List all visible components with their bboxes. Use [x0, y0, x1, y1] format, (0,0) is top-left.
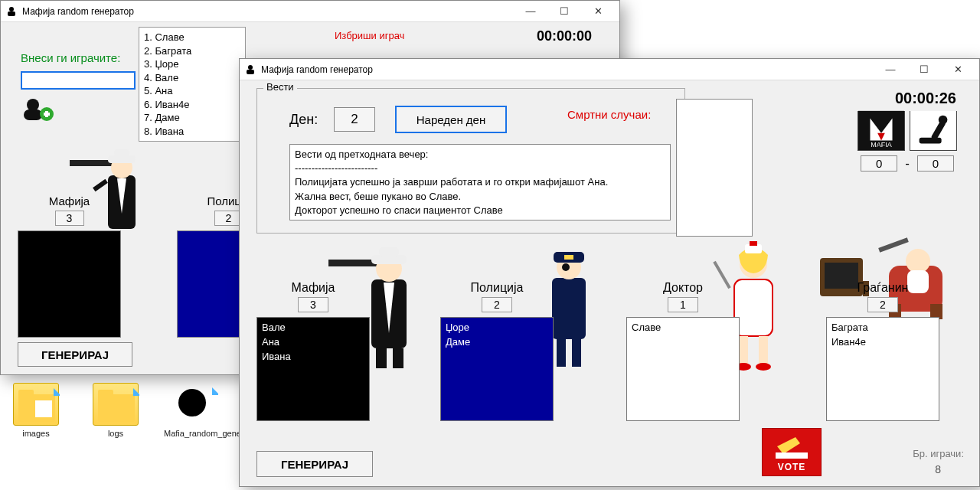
player-count-value: 8	[935, 463, 941, 475]
player-count-label: Бр. играчи:	[913, 448, 964, 459]
doctor-members-box[interactable]: Славе	[626, 317, 740, 421]
citizen-role-panel: Граѓанин 2 Баграта Иван4е	[826, 281, 939, 421]
foreground-window: Мафија random генератор — ☐ ✕ Вести Ден:…	[239, 58, 980, 487]
svg-rect-25	[247, 70, 254, 74]
svg-rect-11	[114, 149, 129, 157]
svg-rect-15	[18, 390, 34, 397]
player-list[interactable]: 1. Славе 2. Баграта 3. Џоре 4. Вале 5. А…	[139, 27, 246, 142]
svg-point-2	[27, 99, 39, 111]
score-separator: -	[905, 156, 910, 172]
svg-marker-17	[54, 388, 60, 396]
svg-rect-22	[183, 392, 201, 398]
svg-rect-39	[376, 348, 387, 368]
svg-rect-1	[8, 11, 15, 16]
vote-icon	[773, 436, 811, 462]
news-legend: Вести	[263, 81, 297, 93]
citizen-members-box[interactable]: Баграта Иван4е	[826, 317, 939, 421]
mafia-role-panel: Мафија 3	[18, 194, 121, 338]
next-day-button[interactable]: Нареден ден	[395, 106, 507, 133]
minimize-button[interactable]: —	[514, 1, 547, 22]
folder-logs[interactable]: logs	[84, 383, 147, 438]
day-value[interactable]: 2	[334, 107, 375, 132]
citizen-score: 0	[917, 155, 954, 172]
svg-marker-66	[777, 437, 800, 454]
close-button[interactable]: ✕	[581, 1, 615, 22]
mafia-score: 0	[861, 155, 897, 172]
exe-file[interactable]: Mafia_random_generator.exe	[164, 383, 227, 438]
timer-display: 00:00:00	[537, 28, 592, 44]
police-members-box[interactable]: Џоре Даме	[440, 317, 554, 421]
svg-rect-37	[379, 247, 399, 256]
doctor-role-panel: Доктор 1 Славе	[626, 281, 740, 421]
mafia-count[interactable]: 3	[298, 297, 328, 312]
maximize-button[interactable]: ☐	[907, 59, 941, 80]
mafia-label: Мафија	[256, 281, 370, 295]
timer-display: 00:00:26	[895, 90, 956, 107]
folder-icon	[14, 384, 60, 426]
svg-rect-16	[35, 400, 52, 417]
exe-icon	[172, 383, 218, 426]
news-textbox[interactable]: Вести од претходната вечер: ------------…	[289, 144, 671, 220]
svg-rect-45	[557, 339, 566, 367]
window-titlebar[interactable]: Мафија random генератор — ☐ ✕	[240, 59, 979, 80]
generate-button[interactable]: ГЕНЕРИРАЈ	[18, 342, 132, 367]
minimize-button[interactable]: —	[874, 59, 907, 80]
day-label: Ден:	[289, 112, 318, 128]
svg-rect-30	[920, 138, 942, 144]
delete-player-link[interactable]: Избриши играч	[335, 30, 404, 41]
svg-rect-40	[393, 348, 403, 368]
player-name-input[interactable]	[21, 71, 136, 90]
svg-rect-6	[45, 111, 48, 117]
svg-rect-48	[734, 279, 773, 336]
mafia-count[interactable]: 3	[55, 211, 84, 226]
svg-rect-67	[776, 452, 808, 459]
icon-label: images	[22, 429, 49, 438]
svg-point-32	[939, 116, 948, 125]
justice-score-icon	[910, 111, 957, 151]
citizen-label: Граѓанин	[826, 281, 939, 295]
doctor-label: Доктор	[626, 281, 740, 295]
maximize-button[interactable]: ☐	[547, 1, 581, 22]
svg-rect-65	[878, 237, 909, 252]
citizen-count[interactable]: 2	[867, 297, 898, 312]
close-button[interactable]: ✕	[941, 59, 975, 80]
generate-button[interactable]: ГЕНЕРИРАЈ	[256, 451, 373, 477]
mafia-members-box	[18, 230, 121, 338]
svg-rect-18	[98, 394, 135, 422]
app-icon	[5, 5, 18, 18]
window-titlebar[interactable]: Мафија random генератор — ☐ ✕	[1, 1, 619, 22]
deaths-label: Смртни случаи:	[567, 108, 651, 121]
mafia-role-panel: Мафија 3 Вале Ана Ивана	[256, 281, 370, 421]
svg-rect-46	[572, 339, 581, 367]
mafia-members-box[interactable]: Вале Ана Ивана	[256, 317, 370, 421]
svg-rect-44	[564, 255, 573, 260]
vote-button[interactable]: VOTE	[762, 428, 822, 476]
mafia-label: Мафија	[18, 194, 121, 207]
svg-point-47	[562, 263, 570, 271]
icon-label: logs	[108, 429, 123, 438]
svg-rect-19	[98, 390, 113, 397]
svg-point-55	[756, 363, 771, 371]
svg-rect-13	[93, 179, 108, 191]
mafia-score-icon: MAFIA	[858, 111, 905, 151]
svg-marker-23	[212, 387, 218, 395]
svg-rect-53	[759, 336, 768, 365]
svg-point-60	[906, 249, 930, 273]
police-role-panel: Полиција 2 Џоре Даме	[440, 281, 554, 421]
svg-rect-3	[24, 109, 42, 120]
deaths-listbox[interactable]	[676, 99, 753, 237]
police-count[interactable]: 2	[482, 297, 512, 312]
folder-images[interactable]: images	[5, 383, 67, 438]
vote-label: VOTE	[778, 462, 806, 472]
svg-rect-29	[910, 111, 956, 149]
svg-rect-52	[739, 336, 748, 365]
svg-marker-20	[133, 388, 139, 396]
doctor-count[interactable]: 1	[668, 297, 698, 312]
svg-rect-41	[552, 278, 586, 339]
police-label: Полиција	[440, 281, 554, 295]
add-player-icon[interactable]	[22, 97, 54, 123]
window-title: Мафија random генератор	[22, 6, 134, 17]
app-icon	[244, 64, 256, 76]
svg-rect-51	[750, 241, 757, 246]
svg-point-0	[9, 7, 14, 11]
